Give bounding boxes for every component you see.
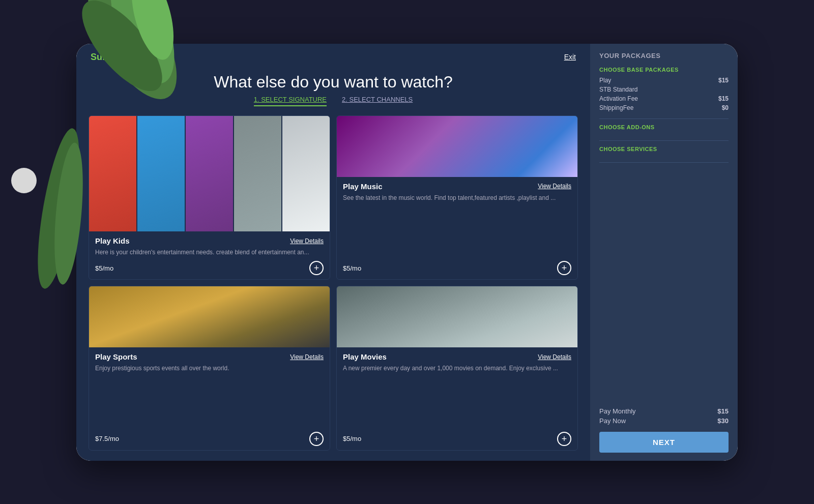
sidebar-section-base[interactable]: CHOOSE BASE PACKAGES (599, 67, 729, 73)
pay-monthly-value: $15 (717, 407, 729, 415)
cards-grid: Play Kids View Details Here is your chil… (76, 115, 590, 461)
sidebar-row-shipping: ShippingFee $0 (599, 104, 729, 111)
pay-now-value: $30 (717, 417, 729, 425)
card-movies-description: A new premier every day and over 1,000 m… (343, 364, 571, 428)
card-sports-description: Enjoy prestigious sports events all over… (95, 364, 324, 428)
sidebar-spacer (599, 168, 729, 407)
sidebar-label-stb: STB Standard (599, 86, 637, 93)
decorative-leaf-left (28, 112, 120, 305)
step-1[interactable]: 1. SELECT SIGNATURE (254, 96, 327, 106)
card-music-title: Play Music (343, 182, 383, 191)
circle-decoration (11, 168, 37, 193)
sidebar-row-stb: STB Standard (599, 86, 729, 93)
card-play-music: Play Music View Details See the latest i… (336, 115, 578, 280)
sidebar-row-activation: Activation Fee $15 (599, 95, 729, 102)
sidebar-value-activation: $15 (718, 95, 729, 102)
pay-monthly-label: Pay Monthly (599, 407, 636, 415)
sidebar-label-play: Play (599, 77, 611, 84)
sidebar-label-activation: Activation Fee (599, 95, 638, 102)
sidebar-section-addons[interactable]: CHOOSE ADD-ONS (599, 124, 729, 130)
sidebar-label-shipping: ShippingFee (599, 104, 633, 111)
pay-now-label: Pay Now (599, 417, 626, 425)
card-kids-view-details[interactable]: View Details (290, 238, 324, 245)
card-sports-view-details[interactable]: View Details (290, 353, 324, 361)
card-sports-price: $7.5/mo (95, 435, 119, 442)
card-kids-description: Here is your children's entertainment ne… (95, 248, 324, 257)
sidebar-title: YOUR PACKAGES (599, 52, 729, 60)
sidebar-divider-3 (599, 162, 729, 163)
card-movies-price: $5/mo (343, 435, 361, 442)
card-sports-footer: $7.5/mo + (95, 432, 324, 446)
card-music-price: $5/mo (343, 264, 361, 272)
card-sports-body: Play Sports View Details Enjoy prestigio… (89, 347, 330, 450)
sidebar: YOUR PACKAGES CHOOSE BASE PACKAGES Play … (590, 44, 738, 461)
card-music-body: Play Music View Details See the latest i… (337, 177, 577, 280)
card-movies-title-row: Play Movies View Details (343, 352, 571, 361)
pay-monthly-row: Pay Monthly $15 (599, 407, 729, 415)
sidebar-value-play: $15 (718, 77, 729, 84)
card-play-sports: Play Sports View Details Enjoy prestigio… (89, 286, 330, 451)
card-play-movies: Play Movies View Details A new premier e… (336, 286, 578, 451)
card-movies-add-button[interactable]: + (557, 432, 571, 446)
card-music-footer: $5/mo + (343, 261, 571, 275)
kids-strip-4 (234, 116, 281, 232)
sidebar-section-services[interactable]: CHOOSE SERVICES (599, 146, 729, 152)
card-movies-title: Play Movies (343, 352, 387, 361)
card-music-image (337, 116, 577, 177)
card-music-view-details[interactable]: View Details (538, 183, 571, 190)
card-music-description: See the latest in the music world. Find … (343, 194, 571, 257)
card-sports-add-button[interactable]: + (309, 432, 324, 446)
sidebar-divider-2 (599, 140, 729, 141)
card-movies-footer: $5/mo + (343, 432, 571, 446)
sidebar-row-play: Play $15 (599, 77, 729, 84)
card-sports-image (89, 286, 330, 347)
card-movies-view-details[interactable]: View Details (538, 353, 571, 361)
card-kids-footer: $5/mo + (95, 261, 324, 275)
pay-now-row: Pay Now $30 (599, 417, 729, 425)
card-sports-title: Play Sports (95, 352, 137, 361)
sidebar-divider-1 (599, 118, 729, 119)
card-movies-body: Play Movies View Details A new premier e… (337, 347, 577, 450)
card-sports-title-row: Play Sports View Details (95, 352, 324, 361)
sidebar-value-shipping: $0 (722, 104, 729, 111)
kids-strip-5 (282, 116, 330, 232)
exit-button[interactable]: Exit (564, 53, 576, 61)
kids-strip-3 (186, 116, 233, 232)
sidebar-footer: Pay Monthly $15 Pay Now $30 NEXT (599, 407, 729, 453)
card-kids-body: Play Kids View Details Here is your chil… (89, 231, 330, 279)
card-music-title-row: Play Music View Details (343, 182, 571, 191)
card-movies-image (337, 286, 577, 347)
next-button[interactable]: NEXT (599, 432, 729, 453)
card-music-add-button[interactable]: + (557, 261, 571, 275)
card-kids-add-button[interactable]: + (309, 261, 324, 275)
step-2[interactable]: 2. SELECT CHANNELS (342, 96, 413, 106)
card-kids-title-row: Play Kids View Details (95, 236, 324, 245)
